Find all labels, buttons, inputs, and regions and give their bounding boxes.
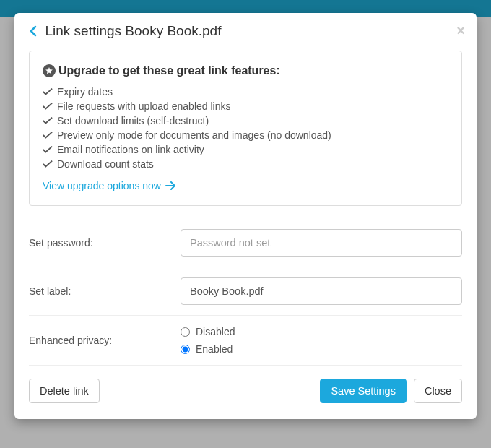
check-icon — [43, 116, 53, 125]
check-icon — [43, 160, 53, 168]
feature-item: Download count stats — [43, 157, 448, 171]
password-label: Set password: — [29, 237, 181, 249]
close-icon[interactable]: × — [456, 23, 465, 38]
password-row: Set password: — [29, 219, 462, 267]
label-input[interactable] — [181, 277, 462, 305]
upgrade-panel: Upgrade to get these great link features… — [29, 51, 462, 206]
feature-item: Expiry dates — [43, 85, 448, 99]
feature-text: File requests with upload enabled links — [57, 100, 230, 112]
privacy-enabled-radio[interactable] — [181, 345, 190, 354]
modal-body: Upgrade to get these great link features… — [14, 51, 477, 419]
check-icon — [43, 87, 53, 96]
privacy-label: Enhanced privacy: — [29, 335, 181, 346]
feature-item: Email notifications on link activity — [43, 142, 448, 157]
privacy-disabled-text: Disabled — [196, 326, 235, 337]
privacy-disabled-radio[interactable] — [181, 327, 190, 337]
feature-item: Preview only mode for documents and imag… — [43, 128, 448, 142]
feature-text: Set download limits (self-destruct) — [57, 115, 209, 126]
check-icon — [43, 145, 53, 154]
check-icon — [43, 131, 53, 139]
feature-text: Preview only mode for documents and imag… — [57, 129, 331, 141]
privacy-radio-group: Disabled Enabled — [181, 326, 462, 355]
privacy-enabled-option[interactable]: Enabled — [181, 343, 462, 355]
app-background: Link settings Booky Book.pdf × Upgrade t… — [0, 0, 491, 448]
feature-item: Set download limits (self-destruct) — [43, 113, 448, 128]
delete-link-button[interactable]: Delete link — [29, 379, 100, 403]
save-settings-button[interactable]: Save Settings — [320, 379, 406, 403]
privacy-disabled-option[interactable]: Disabled — [181, 326, 462, 337]
close-button[interactable]: Close — [414, 379, 462, 403]
upgrade-heading-text: Upgrade to get these great link features… — [58, 64, 280, 77]
link-settings-modal: Link settings Booky Book.pdf × Upgrade t… — [14, 13, 477, 419]
privacy-row: Enhanced privacy: Disabled Enabled — [29, 315, 462, 365]
back-arrow-icon[interactable] — [29, 25, 38, 37]
feature-text: Expiry dates — [57, 86, 113, 98]
arrow-right-icon — [165, 181, 175, 190]
password-input[interactable] — [181, 229, 462, 257]
feature-item: File requests with upload enabled links — [43, 99, 448, 113]
modal-footer: Delete link Save Settings Close — [29, 365, 462, 405]
upgrade-link-text: View upgrade options now — [43, 180, 161, 191]
feature-list: Expiry dates File requests with upload e… — [43, 85, 448, 171]
set-label-label: Set label: — [29, 285, 181, 297]
privacy-enabled-text: Enabled — [196, 343, 233, 355]
upgrade-link[interactable]: View upgrade options now — [43, 180, 175, 191]
upgrade-heading: Upgrade to get these great link features… — [43, 64, 448, 77]
check-icon — [43, 102, 53, 111]
modal-title: Link settings Booky Book.pdf — [45, 23, 221, 39]
feature-text: Email notifications on link activity — [57, 144, 204, 155]
label-row: Set label: — [29, 267, 462, 315]
modal-header: Link settings Booky Book.pdf × — [14, 13, 477, 51]
feature-text: Download count stats — [57, 158, 154, 170]
star-badge-icon — [43, 64, 56, 77]
